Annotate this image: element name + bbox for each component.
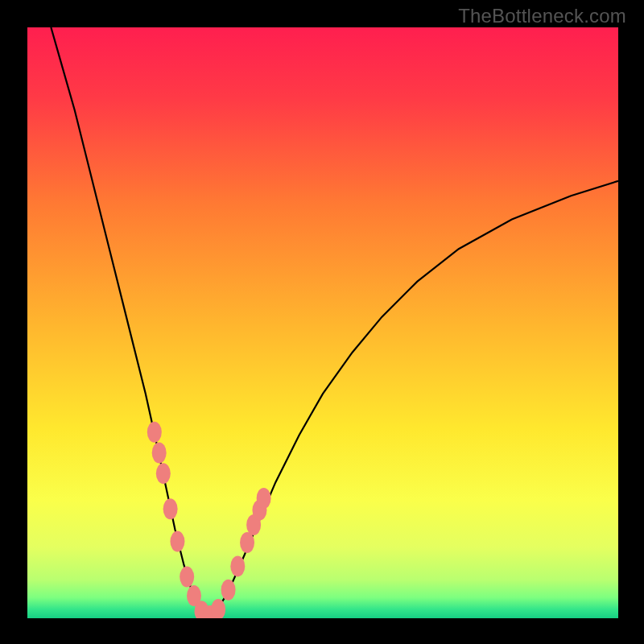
highlight-dot bbox=[221, 580, 236, 601]
gradient-background bbox=[27, 27, 618, 618]
highlight-dot bbox=[163, 498, 178, 519]
highlight-dot bbox=[147, 422, 162, 443]
watermark-text: TheBottleneck.com bbox=[458, 5, 626, 27]
highlight-dot bbox=[170, 531, 184, 552]
bottleneck-plot bbox=[27, 27, 618, 618]
highlight-dot bbox=[180, 567, 194, 588]
highlight-dot bbox=[156, 463, 171, 484]
chart-frame: TheBottleneck.com bbox=[0, 0, 644, 644]
highlight-dot bbox=[257, 488, 271, 509]
highlight-dot bbox=[240, 532, 254, 553]
highlight-dot bbox=[152, 442, 167, 463]
highlight-dot bbox=[230, 555, 245, 576]
